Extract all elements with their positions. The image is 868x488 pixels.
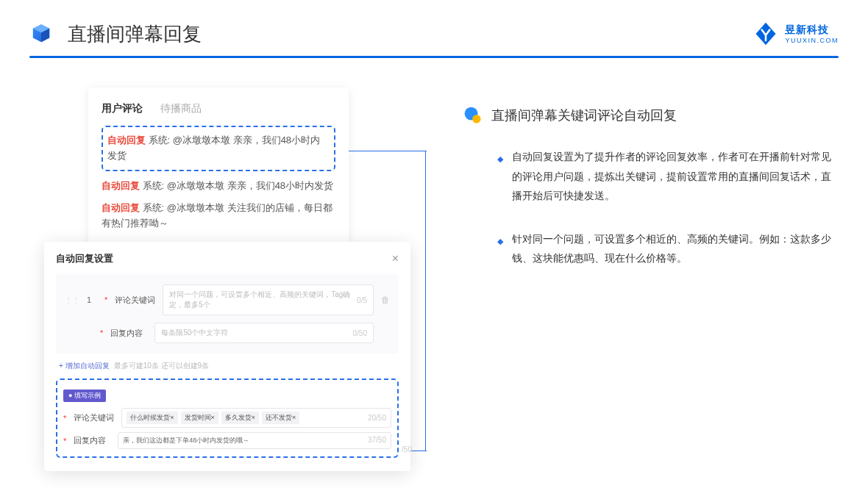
- placeholder-text: 对同一个问题，可设置多个相近、高频的关键词，Tag确定，最多5个: [169, 290, 357, 310]
- tabs: 用户评论 待播商品: [102, 102, 335, 115]
- example-content-text: 亲，我们这边都是下单48小时内发货的哦～: [123, 436, 249, 445]
- page-header: 直播间弹幕回复 昱新科技 YUUXIN.COM: [0, 0, 868, 47]
- diamond-bullet-icon: ◆: [497, 234, 503, 268]
- tag-chip[interactable]: 什么时候发货×: [127, 412, 177, 424]
- page-title: 直播间弹幕回复: [68, 21, 202, 47]
- tag-chip[interactable]: 发货时间×: [181, 412, 218, 424]
- char-count: 0/50: [353, 329, 367, 337]
- svg-point-1: [472, 115, 480, 123]
- diamond-bullet-icon: ◆: [497, 151, 503, 206]
- placeholder-text: 每条限50个中文字符: [161, 328, 228, 338]
- label-content: 回复内容: [74, 435, 110, 446]
- section-title: 直播间弹幕关键词评论自动回复: [491, 107, 677, 124]
- auto-reply-tag: 自动回复: [107, 134, 146, 146]
- example-badge: ● 填写示例: [63, 390, 106, 402]
- logo-diamond-icon: [753, 21, 779, 47]
- info-column: 直播间弹幕关键词评论自动回复 ◆ 自动回复设置为了提升作者的评论回复效率，作者可…: [463, 87, 839, 448]
- comment-row: 自动回复 系统: @冰墩墩本墩 亲亲，我们48小时内发货: [102, 179, 335, 194]
- example-content: 亲，我们这边都是下单48小时内发货的哦～ 37/50: [118, 432, 391, 449]
- close-icon[interactable]: ×: [392, 252, 399, 265]
- char-count: 0/5: [357, 296, 367, 304]
- brand-logo: 昱新科技 YUUXIN.COM: [753, 21, 839, 47]
- required-star-icon: *: [63, 437, 66, 445]
- add-auto-reply-link[interactable]: + 增加自动回复: [59, 361, 110, 371]
- cube-icon: [29, 22, 53, 46]
- bullet-item: ◆ 针对同一个问题，可设置多个相近的、高频的关键词。例如：这款多少钱、这块能优惠…: [497, 229, 839, 268]
- auto-reply-tag: 自动回复: [102, 180, 140, 191]
- char-count: 37/50: [368, 436, 386, 445]
- tag-chip[interactable]: 还不发货×: [262, 412, 299, 424]
- label-keyword: 评论关键词: [115, 295, 155, 306]
- drag-handle-icon[interactable]: ⋮⋮: [65, 296, 79, 304]
- comments-panel: 用户评论 待播商品 自动回复 系统: @冰墩墩本墩 亲亲，我们48小时内发货 自…: [88, 87, 349, 249]
- required-star-icon: *: [63, 414, 66, 423]
- required-star-icon: *: [104, 295, 107, 304]
- logo-text-cn: 昱新科技: [785, 24, 839, 37]
- char-count: 20/50: [368, 414, 386, 422]
- add-hint: 最多可建10条 还可以创建9条: [114, 361, 209, 371]
- auto-reply-tag: 自动回复: [102, 202, 140, 213]
- bullet-text: 针对同一个问题，可设置多个相近的、高频的关键词。例如：这款多少钱、这块能优惠吗、…: [512, 229, 839, 268]
- example-box: ● 填写示例 * 评论关键词 什么时候发货× 发货时间× 多久发货× 还不发货×…: [56, 378, 399, 458]
- trash-icon[interactable]: 🗑: [381, 295, 390, 305]
- auto-reply-settings-modal: 自动回复设置 × ⋮⋮ 1 * 评论关键词 对同一个问题，可设置多个相近、高频的…: [44, 242, 410, 471]
- label-content: 回复内容: [110, 328, 147, 339]
- tag-chip[interactable]: 多久发货×: [221, 412, 259, 424]
- char-count: /50: [402, 445, 412, 453]
- bullet-item: ◆ 自动回复设置为了提升作者的评论回复效率，作者可在开播前针对常见的评论用户问题…: [497, 147, 839, 206]
- comment-text: 系统: @冰墩墩本墩 亲亲，我们48小时内发货: [140, 180, 333, 191]
- tab-user-comments[interactable]: 用户评论: [102, 102, 143, 115]
- required-star-icon: *: [100, 329, 103, 337]
- connector-line: [349, 151, 427, 151]
- tab-pending-products[interactable]: 待播商品: [160, 102, 202, 115]
- chat-bubble-icon: [463, 106, 483, 125]
- logo-text-en: YUUXIN.COM: [785, 37, 839, 44]
- bullet-text: 自动回复设置为了提升作者的评论回复效率，作者可在开播前针对常见的评论用户问题，提…: [512, 147, 839, 206]
- connector-line: [425, 151, 426, 451]
- example-keyword-tags[interactable]: 什么时候发货× 发货时间× 多久发货× 还不发货× 20/50: [121, 408, 391, 428]
- highlighted-comment: 自动回复 系统: @冰墩墩本墩 亲亲，我们48小时内发货: [102, 126, 335, 171]
- row-number: 1: [87, 295, 97, 304]
- comment-row: 自动回复 系统: @冰墩墩本墩 关注我们的店铺，每日都有热门推荐呦～: [102, 201, 335, 232]
- modal-title: 自动回复设置: [56, 252, 113, 265]
- content-input[interactable]: 每条限50个中文字符 0/50: [154, 323, 374, 343]
- label-keyword: 评论关键词: [74, 412, 114, 423]
- keyword-input[interactable]: 对同一个问题，可设置多个相近、高频的关键词，Tag确定，最多5个 0/5: [163, 284, 374, 315]
- screenshot-composite: 用户评论 待播商品 自动回复 系统: @冰墩墩本墩 亲亲，我们48小时内发货 自…: [44, 87, 419, 448]
